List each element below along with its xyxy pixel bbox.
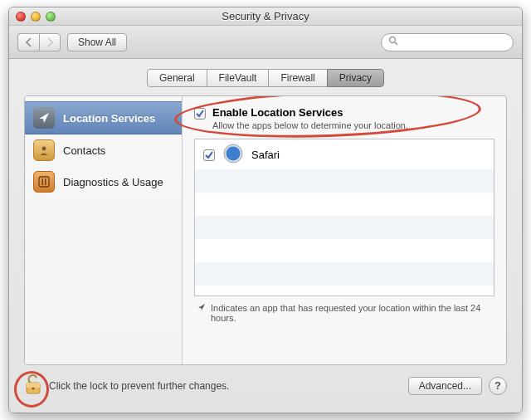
sidebar-item-location-services[interactable]: Location Services: [25, 101, 182, 134]
tab-filevault[interactable]: FileVault: [207, 69, 269, 87]
app-label: Safari: [251, 149, 280, 161]
sidebar-item-label: Location Services: [63, 112, 155, 125]
window-body: General FileVault Firewall Privacy Locat…: [9, 59, 522, 413]
svg-point-0: [390, 37, 396, 43]
location-indicator-note: Indicates an app that has requested your…: [194, 303, 494, 323]
preferences-window: Security & Privacy Show All General File…: [8, 7, 523, 413]
back-button[interactable]: [17, 33, 39, 51]
tab-privacy[interactable]: Privacy: [327, 69, 384, 87]
help-button[interactable]: ?: [489, 377, 507, 395]
forward-button[interactable]: [39, 33, 61, 51]
titlebar: Security & Privacy: [9, 7, 522, 26]
svg-rect-9: [27, 383, 40, 388]
svg-point-7: [227, 146, 241, 160]
advanced-button[interactable]: Advanced...: [408, 377, 482, 395]
svg-rect-4: [42, 178, 44, 185]
sidebar-item-label: Contacts: [63, 144, 105, 157]
tab-bar: General FileVault Firewall Privacy: [147, 69, 384, 87]
svg-point-10: [32, 387, 34, 389]
window-title: Security & Privacy: [9, 10, 522, 22]
app-checkbox-safari[interactable]: [203, 149, 215, 161]
content-frame: Location Services Contacts Diagnostics &…: [24, 95, 507, 365]
footer: Click the lock to prevent further change…: [24, 374, 507, 398]
safari-icon: [223, 144, 243, 166]
show-all-button[interactable]: Show All: [67, 33, 127, 51]
search-icon: [388, 36, 398, 48]
toolbar: Show All: [9, 26, 522, 59]
enable-location-label: Enable Location Services: [212, 106, 408, 119]
advanced-label: Advanced...: [419, 380, 471, 392]
lock-text: Click the lock to prevent further change…: [49, 380, 229, 392]
location-arrow-icon: [33, 107, 55, 129]
contacts-icon: [33, 139, 55, 161]
tab-general[interactable]: General: [147, 69, 207, 87]
sidebar-item-label: Diagnostics & Usage: [63, 176, 163, 188]
location-services-pane: Enable Location Services Allow the apps …: [183, 96, 506, 364]
enable-location-subtitle: Allow the apps below to determine your l…: [212, 120, 408, 130]
search-input[interactable]: [381, 33, 514, 51]
location-apps-list: Safari: [194, 139, 494, 296]
enable-location-checkbox[interactable]: [194, 108, 206, 120]
svg-point-2: [42, 147, 46, 151]
sidebar-item-diagnostics[interactable]: Diagnostics & Usage: [25, 166, 182, 198]
app-row-safari[interactable]: Safari: [195, 139, 494, 169]
lock-icon[interactable]: [24, 374, 42, 398]
location-arrow-small-icon: [197, 303, 206, 313]
svg-rect-5: [45, 178, 46, 185]
tab-firewall[interactable]: Firewall: [268, 69, 326, 87]
show-all-label: Show All: [78, 37, 116, 48]
privacy-sidebar: Location Services Contacts Diagnostics &…: [25, 96, 183, 364]
sidebar-item-contacts[interactable]: Contacts: [25, 134, 182, 166]
svg-line-1: [395, 42, 397, 45]
svg-rect-3: [39, 177, 49, 187]
diagnostics-icon: [33, 171, 55, 193]
